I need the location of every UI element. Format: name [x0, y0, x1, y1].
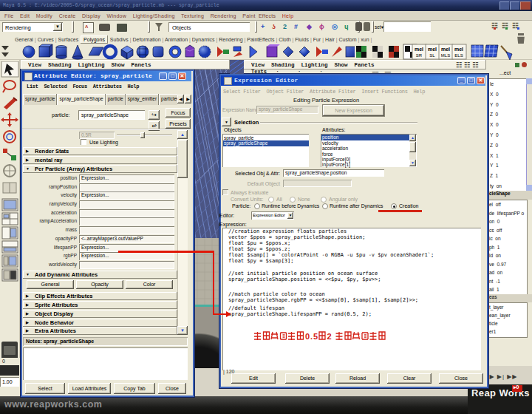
svg-text:MLS: MLS	[441, 53, 450, 58]
svg-text:SL: SL	[429, 53, 435, 58]
svg-text:2: 2	[327, 332, 332, 341]
svg-text:0: 0	[305, 332, 310, 341]
svg-text:mel: mel	[428, 47, 437, 52]
svg-text:mel: mel	[454, 47, 463, 52]
svg-text:ELS: ELS	[454, 53, 463, 58]
svg-text:SR: SR	[416, 53, 423, 58]
svg-text:mel: mel	[441, 47, 450, 52]
svg-text:mel: mel	[415, 47, 423, 52]
svg-text:5: 5	[313, 332, 318, 341]
svg-text:.: .	[310, 332, 313, 341]
